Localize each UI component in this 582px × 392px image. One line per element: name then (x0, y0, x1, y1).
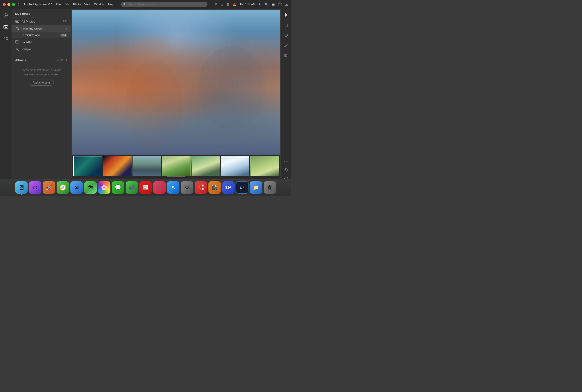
dock-item-finder[interactable]: 🖥 (15, 181, 28, 194)
dock-item-news[interactable]: 📰 (140, 181, 152, 194)
menu-icon[interactable]: ☰ (272, 2, 275, 6)
sidebar-divider (12, 54, 71, 54)
filmstrip (72, 154, 280, 178)
filmstrip-scrollbar[interactable] (167, 176, 186, 177)
photos-icon[interactable] (2, 23, 10, 31)
launchpad-icon: 🚀 (46, 184, 52, 190)
dock-item-magnet[interactable]: 🧲 (194, 181, 207, 194)
adjustments-icon[interactable] (283, 12, 290, 18)
dock-item-siri[interactable]: ⬡ (29, 181, 42, 194)
display-icon[interactable]: 🖥 (226, 3, 230, 6)
dock-item-mail[interactable]: ✉ (70, 181, 83, 194)
dock-item-photos[interactable]: 🌸 (98, 181, 110, 194)
main-layout: My Photos All Photos 194 Recently Added … (0, 9, 291, 187)
all-photos-icon (15, 19, 19, 24)
app-name[interactable]: Adobe Lightroom CC (24, 3, 52, 6)
crop-icon[interactable] (283, 22, 290, 28)
dock-item-launchpad[interactable]: 🚀 (43, 181, 55, 194)
dock-item-claquette[interactable]: 🎬 (208, 181, 221, 194)
pen-icon[interactable] (283, 42, 290, 49)
minimize-button[interactable] (7, 3, 10, 6)
main-image (72, 10, 280, 154)
dock-item-trash[interactable]: 🗑 (264, 181, 276, 194)
search-bar[interactable]: 🔍 (121, 2, 208, 7)
filmstrip-thumb-7[interactable] (250, 156, 279, 176)
menu-file[interactable]: File (56, 3, 61, 6)
recently-added-sub-item[interactable]: 2 minutes ago 194 (12, 32, 71, 38)
dock-item-music[interactable]: 🎵 (153, 181, 166, 194)
masking-icon[interactable] (283, 52, 290, 59)
menu-edit[interactable]: Edit (64, 3, 70, 6)
sidebar-item-recently-added[interactable]: Recently Added ▾ (12, 25, 71, 32)
share-icon[interactable]: 📤 (233, 3, 236, 6)
sidebar-item-all-photos[interactable]: All Photos 194 (12, 18, 71, 25)
menu-view[interactable]: View (84, 3, 91, 6)
dock-active-dot (21, 194, 22, 195)
svg-rect-2 (4, 25, 7, 26)
svg-rect-9 (16, 40, 19, 43)
add-icon[interactable] (2, 12, 10, 19)
photos-dock-icon: 🌸 (101, 184, 107, 190)
dock-item-messages[interactable]: 💬 (112, 181, 124, 194)
target-icon[interactable]: ⊙ (221, 3, 223, 6)
right-panel (281, 9, 291, 187)
svg-point-33 (287, 161, 288, 162)
question-icon[interactable]: ? (278, 2, 282, 6)
clock: Thu 1:54 AM (240, 3, 255, 6)
filmstrip-thumb-2[interactable] (103, 156, 132, 176)
news-icon: 📰 (142, 184, 148, 190)
search-icon: 🔍 (123, 3, 126, 6)
title-bar-right: 👁 ⊙ 🖥 📤 Thu 1:54 AM 🏳 🔍 ☰ ? ☁ (214, 2, 288, 6)
magnifier-icon[interactable]: 🔍 (265, 2, 269, 6)
filmstrip-thumb-1[interactable] (73, 156, 102, 176)
list-view-icon[interactable]: ≡ (57, 58, 59, 62)
finder-icon: 🖥 (18, 184, 24, 192)
sidebar-item-people[interactable]: People (12, 45, 71, 53)
tag-icon[interactable] (283, 166, 290, 174)
apple-logo-icon[interactable]:  (18, 2, 19, 6)
add-album-icon[interactable]: + (65, 58, 68, 62)
files-icon: 📁 (253, 184, 259, 190)
dock-item-facetime[interactable]: 📹 (126, 181, 138, 194)
dock-item-files[interactable]: 📁 (250, 181, 262, 194)
more-options-icon[interactable] (283, 158, 290, 165)
dock-item-settings[interactable]: ⚙ (181, 181, 193, 194)
sidebar: My Photos All Photos 194 Recently Added … (12, 9, 71, 187)
appstore-icon: A (172, 184, 175, 190)
dock-item-safari[interactable]: 🧭 (56, 181, 69, 194)
menu-bar:  Adobe Lightroom CC File Edit Photo Vie… (18, 2, 114, 6)
messages-icon: 💬 (115, 184, 121, 190)
maximize-button[interactable] (12, 3, 15, 6)
sidebar-item-by-date[interactable]: By Date ‹ (12, 38, 71, 45)
healing-icon[interactable] (283, 32, 290, 39)
dock-item-lightroom[interactable]: Lr (236, 181, 248, 194)
filmstrip-thumb-3[interactable] (132, 156, 161, 176)
svg-point-13 (198, 46, 265, 130)
people-sidebar-icon (15, 47, 19, 51)
filmstrip-thumb-5[interactable] (192, 156, 220, 176)
accessibility-icon[interactable]: 👁 (214, 2, 218, 6)
search-input[interactable] (128, 3, 205, 6)
svg-point-12 (126, 60, 182, 149)
menu-photo[interactable]: Photo (73, 3, 81, 6)
people-icon[interactable] (2, 34, 10, 42)
dock-item-maps[interactable]: 🗺 (84, 181, 96, 194)
claquette-icon: 🎬 (212, 184, 218, 190)
albums-empty: Create your first album, a simple way to… (12, 64, 71, 89)
close-button[interactable] (3, 3, 6, 6)
mail-icon: ✉ (74, 184, 79, 190)
dock: 🖥 ⬡ 🚀 🧭 ✉ 🗺 🌸 💬 📹 📰 🎵 A ⚙ 🧲 🎬 1P (0, 179, 291, 196)
grid-view-icon[interactable]: ⊞ (61, 58, 64, 62)
menu-help[interactable]: Help (108, 3, 114, 6)
add-album-button[interactable]: Add an Album (29, 80, 54, 86)
albums-empty-text-1: Create your first album, a simple (15, 68, 68, 72)
filmstrip-thumb-4[interactable] (162, 156, 191, 176)
traffic-lights[interactable] (3, 3, 15, 6)
dock-item-appstore[interactable]: A (167, 181, 180, 194)
sub-item-label: 2 minutes ago (22, 34, 40, 37)
filmstrip-thumb-6[interactable] (221, 156, 250, 176)
menu-window[interactable]: Window (94, 3, 104, 6)
cloud-icon[interactable]: ☁ (285, 2, 288, 6)
dock-item-1password[interactable]: 1P (222, 181, 235, 194)
my-photos-title: My Photos (12, 9, 71, 18)
